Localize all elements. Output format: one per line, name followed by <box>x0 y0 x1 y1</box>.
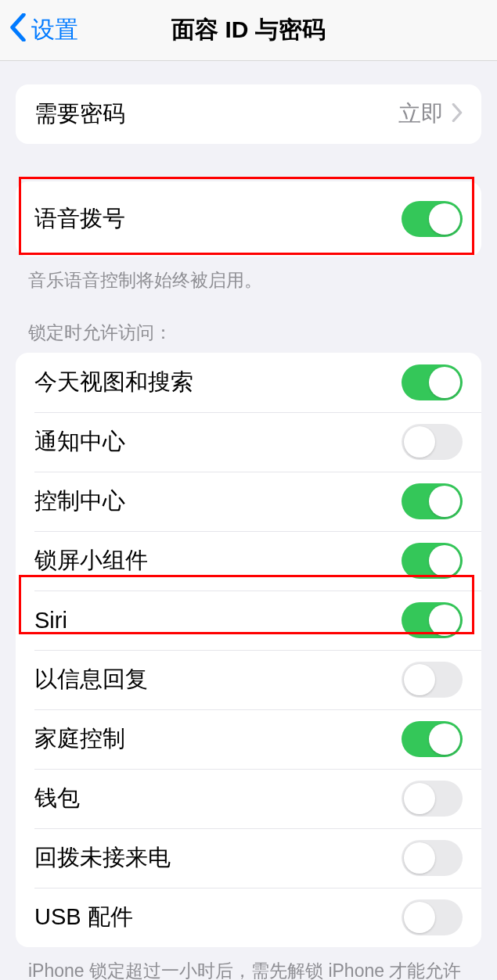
locked-access-header: 锁定时允许访问： <box>0 293 497 353</box>
locked-access-label: 通知中心 <box>34 426 402 458</box>
locked-access-label: 控制中心 <box>34 486 402 517</box>
navbar: 设置 面容 ID 与密码 <box>0 0 497 61</box>
locked-access-label: 回拨未接来电 <box>34 842 402 874</box>
locked-access-label: USB 配件 <box>34 902 402 933</box>
require-passcode-row[interactable]: 需要密码 立即 <box>16 84 481 144</box>
require-passcode-value: 立即 <box>398 99 444 130</box>
chevron-right-icon <box>452 102 463 127</box>
locked-access-toggle[interactable] <box>402 424 463 460</box>
voice-dial-row: 语音拨号 <box>16 181 481 257</box>
locked-access-toggle[interactable] <box>402 483 463 519</box>
locked-access-toggle[interactable] <box>402 364 463 400</box>
chevron-left-icon <box>9 13 27 47</box>
locked-access-toggle[interactable] <box>402 899 463 935</box>
locked-access-toggle[interactable] <box>402 602 463 638</box>
locked-access-toggle[interactable] <box>402 662 463 698</box>
voice-dial-toggle[interactable] <box>402 201 463 237</box>
locked-access-row: 钱包 <box>16 769 481 828</box>
locked-access-toggle[interactable] <box>402 543 463 579</box>
locked-access-row: 锁屏小组件 <box>16 531 481 591</box>
locked-access-toggle[interactable] <box>402 721 463 757</box>
locked-access-row: 控制中心 <box>16 472 481 531</box>
locked-access-footer: iPhone 锁定超过一小时后，需先解锁 iPhone 才能允许 USB 配件连… <box>0 947 497 980</box>
require-passcode-label: 需要密码 <box>34 99 398 130</box>
locked-access-row: 以信息回复 <box>16 650 481 709</box>
locked-access-row: 通知中心 <box>16 412 481 472</box>
locked-access-label: 锁屏小组件 <box>34 545 402 576</box>
locked-access-label: 钱包 <box>34 783 402 814</box>
voice-dial-group: 语音拨号 <box>16 181 481 257</box>
voice-dial-label: 语音拨号 <box>34 203 402 235</box>
locked-access-group: 今天视图和搜索通知中心控制中心锁屏小组件Siri以信息回复家庭控制钱包回拨未接来… <box>16 353 481 947</box>
locked-access-label: Siri <box>34 608 402 634</box>
locked-access-label: 以信息回复 <box>34 664 402 695</box>
locked-access-row: USB 配件 <box>16 888 481 947</box>
back-button[interactable]: 设置 <box>0 13 78 47</box>
locked-access-toggle[interactable] <box>402 840 463 876</box>
locked-access-toggle[interactable] <box>402 781 463 817</box>
locked-access-label: 家庭控制 <box>34 723 402 755</box>
locked-access-row: Siri <box>16 591 481 650</box>
locked-access-row: 家庭控制 <box>16 709 481 769</box>
locked-access-row: 回拨未接来电 <box>16 828 481 888</box>
locked-access-label: 今天视图和搜索 <box>34 367 402 398</box>
require-passcode-group: 需要密码 立即 <box>16 84 481 144</box>
voice-dial-footer: 音乐语音控制将始终被启用。 <box>0 257 497 293</box>
locked-access-row: 今天视图和搜索 <box>16 353 481 412</box>
back-label: 设置 <box>31 14 78 46</box>
